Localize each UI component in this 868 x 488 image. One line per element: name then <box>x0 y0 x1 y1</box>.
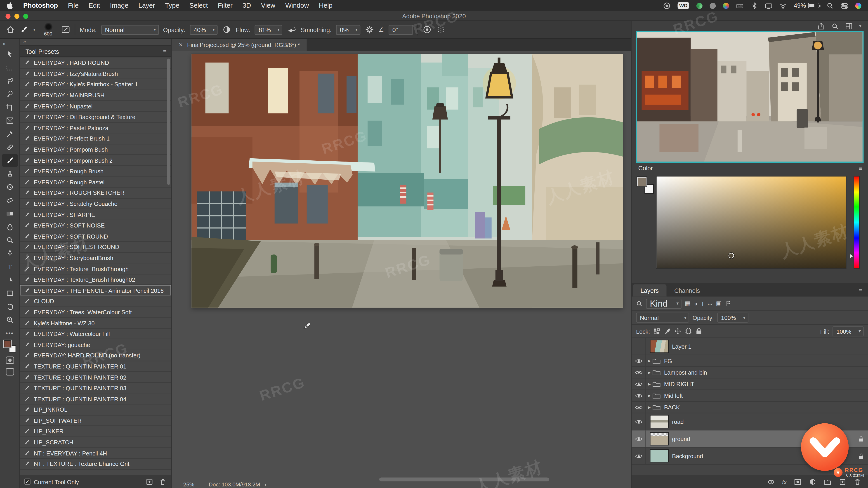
layer-thumbnail[interactable] <box>650 415 669 428</box>
keyboard-icon[interactable] <box>736 2 743 9</box>
panel-menu-icon[interactable]: ≡ <box>163 48 166 55</box>
hue-slider-pointer[interactable] <box>850 254 853 258</box>
layer-row-fg[interactable]: ▸FG <box>631 355 868 367</box>
brush-preview-picker[interactable]: 600 <box>40 23 56 36</box>
current-tool-only-checkbox[interactable]: ✓ <box>24 479 31 485</box>
layer-thumbnail[interactable] <box>650 340 669 353</box>
siri-icon[interactable] <box>855 2 862 8</box>
home-icon[interactable] <box>5 25 15 34</box>
share-icon[interactable] <box>817 22 825 30</box>
expand-toolbar-icon[interactable]: » <box>0 41 6 46</box>
tool-preset-item[interactable]: EVERYDAY : Rough Brush <box>20 166 171 177</box>
foreground-color-swatch[interactable] <box>637 177 647 187</box>
quick-mask-icon[interactable] <box>5 356 14 364</box>
disclosure-triangle-icon[interactable]: ▸ <box>648 381 651 387</box>
filter-toggle-flag-icon[interactable] <box>725 300 732 307</box>
disclosure-triangle-icon[interactable]: ▸ <box>648 393 651 398</box>
canvas-viewport[interactable] <box>191 54 623 308</box>
disclosure-triangle-icon[interactable]: ▸ <box>648 369 651 375</box>
visibility-eye-icon[interactable] <box>631 379 646 390</box>
filter-smart-object-icon[interactable]: ▣ <box>716 300 721 307</box>
visibility-eye-icon[interactable] <box>631 413 646 430</box>
tool-preset-item[interactable]: TEXTURE : QUENTIN PAINTER 02 <box>20 372 171 383</box>
tool-preset-item[interactable]: TEXTURE : QUENTIN PAINTER 03 <box>20 383 171 394</box>
link-layers-icon[interactable] <box>767 478 775 486</box>
tool-preset-item[interactable]: EVERYDAY : Pompom Bush 2 <box>20 155 171 166</box>
screen-record-icon[interactable] <box>663 2 671 9</box>
tool-preset-item[interactable]: Kyle's Halftone - WZ 30 <box>20 318 171 328</box>
edit-toolbar-icon[interactable]: ••• <box>6 330 14 336</box>
tool-preset-item[interactable]: EVERYDAY : Izzy'sNaturalBrush <box>20 68 171 79</box>
display-mirroring-icon[interactable] <box>765 2 772 9</box>
visibility-eye-icon[interactable] <box>631 448 646 464</box>
menu-view[interactable]: View <box>261 2 275 9</box>
tool-preset-item[interactable]: LIP_SCRATCH <box>20 437 171 448</box>
scrollbar-thumb[interactable] <box>167 59 170 185</box>
visibility-eye-icon[interactable] <box>631 355 646 366</box>
saturation-brightness-box[interactable] <box>656 176 846 269</box>
tool-preset-item[interactable]: EVERYDAY : Texture_BrushThrough <box>20 263 171 274</box>
rectangle-tool[interactable] <box>2 287 18 300</box>
brush-tool[interactable] <box>2 154 18 167</box>
marquee-tool[interactable] <box>2 61 18 74</box>
mode-select[interactable]: Normal▾ <box>101 25 159 35</box>
flow-field[interactable]: 81%▾ <box>255 25 282 35</box>
blend-mode-select[interactable]: Normal▾ <box>636 313 689 323</box>
reference-image-panel[interactable] <box>636 31 864 163</box>
screen-mode-icon[interactable] <box>5 368 14 376</box>
menu-file[interactable]: File <box>68 2 79 9</box>
tab-channels[interactable]: Channels <box>666 285 708 297</box>
spot-heal-tool[interactable] <box>2 140 18 154</box>
tool-preset-item[interactable]: EVERYDAY : SHARPIE <box>20 209 171 220</box>
hand-tool[interactable] <box>2 300 18 313</box>
app-status-icon-2[interactable] <box>710 2 716 8</box>
clone-stamp-tool[interactable] <box>2 167 18 181</box>
brush-tool-preset-icon[interactable] <box>20 25 29 34</box>
menu-edit[interactable]: Edit <box>89 2 100 9</box>
layer-opacity-field[interactable]: 100%▾ <box>717 313 748 323</box>
blur-tool[interactable] <box>2 220 18 234</box>
spotlight-icon[interactable] <box>827 2 834 9</box>
doc-size-info[interactable]: Doc: 103.0M/918.2M› <box>209 481 266 487</box>
tool-preset-item[interactable]: EVERYDAY : ROUGH SKETCHER <box>20 188 171 199</box>
zoom-window-button[interactable] <box>23 14 28 19</box>
gear-icon[interactable] <box>365 25 374 34</box>
tool-preset-item[interactable]: EVERYDAY : Watercolour Fill <box>20 328 171 339</box>
close-window-button[interactable] <box>5 14 10 19</box>
menu-layer[interactable]: Layer <box>138 2 155 9</box>
app-status-icon-1[interactable] <box>696 2 703 8</box>
adjustment-layer-icon[interactable] <box>809 478 816 486</box>
panel-menu-icon[interactable]: ≡ <box>859 165 863 171</box>
tool-preset-item[interactable]: EVERYDAY : Oil Background & Texture <box>20 112 171 123</box>
layer-row-lampost-and-bin[interactable]: ▸Lampost and bin <box>631 367 868 379</box>
layer-row-layer-1[interactable]: Layer 1 <box>631 338 868 355</box>
tool-preset-item[interactable]: EVERYDAY : Nupastel <box>20 101 171 112</box>
brush-settings-panel-icon[interactable] <box>61 25 70 34</box>
visibility-eye-icon[interactable] <box>631 430 646 447</box>
wifi-icon[interactable] <box>779 2 786 9</box>
pressure-size-icon[interactable] <box>422 25 432 34</box>
canvas-artwork[interactable] <box>191 54 623 308</box>
visibility-eye-icon[interactable] <box>631 367 646 378</box>
frame-tool[interactable] <box>2 114 18 127</box>
tool-preset-item[interactable]: NT : TEXTURE : Texture Ehance Grit <box>20 459 171 469</box>
layer-row-mid-right[interactable]: ▸MID RIGHT <box>631 379 868 390</box>
search-icon[interactable] <box>831 22 839 30</box>
tool-preset-item[interactable]: TEXTURE : QUENTIN PAINTER 01 <box>20 361 171 372</box>
crop-tool[interactable] <box>2 101 18 114</box>
tool-preset-item[interactable]: EVERYDAY : Trees. WaterColour Soft <box>20 307 171 318</box>
color-swatch-pair[interactable] <box>637 177 654 194</box>
pressure-opacity-icon[interactable] <box>222 25 231 34</box>
bluetooth-icon[interactable] <box>751 2 758 9</box>
menu-image[interactable]: Image <box>110 2 129 9</box>
tool-preset-item[interactable]: EVERYDAY : Texture_BrushThrough02 <box>20 274 171 285</box>
close-tab-icon[interactable]: × <box>179 41 183 48</box>
tool-preset-item[interactable]: EVERYDAY : Pompom Bush <box>20 144 171 155</box>
tool-preset-item[interactable]: LIP_INKER <box>20 426 171 437</box>
layer-thumbnail[interactable] <box>650 432 669 446</box>
tool-preset-item[interactable]: EVERYDAY : MAINBRUSH <box>20 90 171 101</box>
smoothing-field[interactable]: 0%▾ <box>336 25 360 35</box>
foreground-background-swatches[interactable] <box>4 340 16 352</box>
quick-select-tool[interactable] <box>2 88 18 101</box>
menu-filter[interactable]: Filter <box>218 2 232 9</box>
